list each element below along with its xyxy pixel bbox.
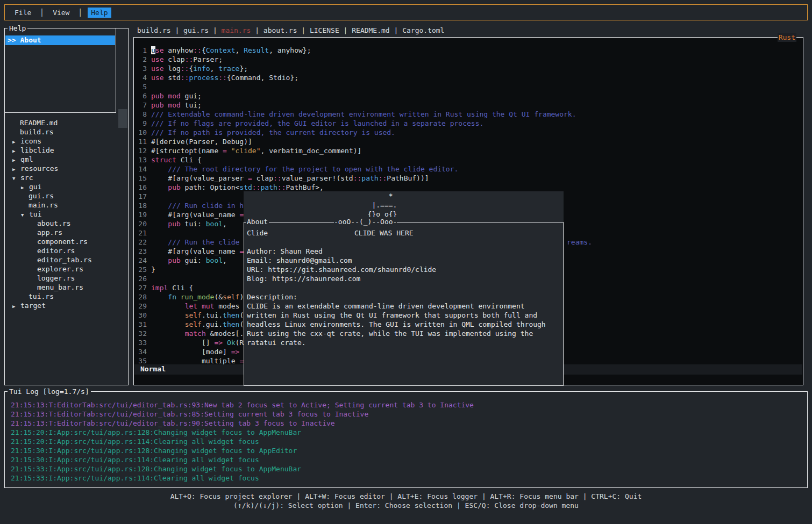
tree-item-main-rs[interactable]: main.rs — [5, 200, 127, 210]
line-number: 31 — [136, 320, 147, 329]
language-badge: Rust — [778, 33, 796, 42]
menu-item-help[interactable]: Help — [88, 8, 111, 18]
line-number: 19 — [136, 210, 147, 219]
line-number: 9 — [136, 119, 147, 128]
code-line-15: 15 #[arg(value_parser = clap::value_pars… — [136, 174, 803, 183]
tree-item-tui-rs[interactable]: tui.rs — [5, 292, 127, 301]
line-number: 22 — [136, 238, 147, 247]
chevron-right-icon: ▶ — [12, 302, 20, 311]
help-dropdown-menu: Help >> About — [4, 28, 116, 113]
code-line-16: 16 pub path: Option<std::path::PathBuf>, — [136, 183, 803, 192]
log-entry: 21:15:13:T:EditorTab:src/tui/editor_tab.… — [11, 410, 805, 419]
chevron-down-icon: ▼ — [12, 174, 20, 183]
code-line-14: 14 /// The root directory for the projec… — [136, 164, 803, 174]
tree-item-editor_tab-rs[interactable]: editor_tab.rs — [5, 255, 127, 264]
log-rows: 21:15:13:T:EditorTab:src/tui/editor_tab.… — [11, 400, 805, 483]
tab-separator: | — [297, 26, 309, 34]
dropdown-item-about[interactable]: >> About — [5, 35, 115, 45]
line-number: 24 — [136, 256, 147, 265]
line-number: 27 — [136, 283, 147, 292]
keybinding-help-bar: ALT+Q: Focus project explorer | ALT+W: F… — [0, 492, 812, 510]
code-line-9: 9/// If no flags are provided, the GUI e… — [136, 119, 803, 128]
editor-tab-LICENSE[interactable]: LICENSE — [310, 26, 339, 34]
tree-item-resources[interactable]: ▶resources — [5, 164, 127, 173]
code-line-5: 5 — [136, 82, 803, 91]
tree-item-gui-rs[interactable]: gui.rs — [5, 191, 127, 200]
line-number: 30 — [136, 311, 147, 320]
line-number: 34 — [136, 347, 147, 356]
menu-separator: │ — [40, 8, 44, 17]
about-ascii-art-border-line: -ooO--(_)--Ooo- — [334, 217, 397, 226]
log-entry: 21:15:33:I:App:src/tui/app.rs:128:Changi… — [11, 464, 805, 473]
editor-tab-Cargo.toml[interactable]: Cargo.toml — [402, 26, 444, 34]
tree-item-app-rs[interactable]: app.rs — [5, 228, 127, 237]
tree-item-editor-rs[interactable]: editor.rs — [5, 246, 127, 255]
editor-tab-main.rs[interactable]: main.rs — [222, 26, 251, 34]
editor-tab-README.md[interactable]: README.md — [352, 26, 389, 34]
code-line-8: 8/// Extendable command-line driven deve… — [136, 110, 803, 119]
log-entry: 21:15:20:I:App:src/tui/app.rs:114:Cleari… — [11, 437, 805, 446]
log-entry: 21:15:30:I:App:src/tui/app.rs:114:Cleari… — [11, 455, 805, 464]
log-entry: 21:15:33:I:App:src/tui/app.rs:114:Cleari… — [11, 473, 805, 483]
tab-separator: | — [209, 26, 221, 34]
tab-separator: | — [390, 26, 402, 34]
line-number: 16 — [136, 183, 147, 192]
tree-item-gui[interactable]: ▶gui — [5, 182, 127, 191]
about-description: Description: CLIDE is an extendable comm… — [247, 292, 546, 347]
tree-item-icons[interactable]: ▶icons — [5, 137, 127, 146]
log-entry: 21:15:13:T:EditorTab:src/tui/editor_tab.… — [11, 400, 805, 410]
tui-log-title: Tui Log [log=1.7/s] — [8, 387, 91, 396]
tree-item-src[interactable]: ▼src — [5, 173, 127, 182]
code-line-4: 4use std::process::{Command, Stdio}; — [136, 73, 803, 82]
log-entry: 21:15:30:I:App:src/tui/app.rs:128:Changi… — [11, 446, 805, 455]
editor-mode-label: Normal — [140, 365, 166, 373]
line-number: 1 — [136, 46, 147, 55]
chevron-down-icon: ▼ — [21, 211, 29, 220]
code-line-7: 7pub mod tui; — [136, 101, 803, 110]
line-number: 6 — [136, 91, 147, 101]
about-app-name: Clide — [247, 228, 268, 238]
line-number: 11 — [136, 137, 147, 146]
line-number: 21 — [136, 228, 147, 238]
editor-tab-gui.rs[interactable]: gui.rs — [183, 26, 209, 34]
tree-item-menu_bar-rs[interactable]: menu_bar.rs — [5, 283, 127, 292]
line-number: 32 — [136, 329, 147, 338]
tab-separator: | — [339, 26, 352, 34]
file-tree: README.mdbuild.rs▶icons▶libclide▶qml▶res… — [5, 118, 127, 310]
menu-bar-items: File│View│Help — [11, 8, 111, 18]
menu-bar: File│View│Help — [4, 4, 808, 20]
tree-item-libclide[interactable]: ▶libclide — [5, 146, 127, 155]
tab-separator: | — [171, 26, 183, 34]
help-dropdown-title: Help — [8, 24, 27, 33]
line-number: 25 — [136, 265, 147, 274]
editor-tab-build.rs[interactable]: build.rs — [137, 26, 171, 34]
tree-item-explorer-rs[interactable]: explorer.rs — [5, 264, 127, 274]
editor-tab-bar: build.rs | gui.rs | main.rs | about.rs |… — [137, 26, 444, 35]
help-bar-line1: ALT+Q: Focus project explorer | ALT+W: F… — [0, 492, 812, 501]
tree-item-about-rs[interactable]: about.rs — [5, 219, 127, 228]
line-number: 17 — [136, 192, 147, 201]
about-banner: CLIDE WAS HERE — [354, 228, 414, 238]
line-number: 12 — [136, 146, 147, 155]
line-number: 26 — [136, 274, 147, 283]
tree-item-target[interactable]: ▶target — [5, 301, 127, 310]
tree-item-build-rs[interactable]: build.rs — [5, 127, 127, 137]
line-number: 4 — [136, 73, 147, 82]
code-line-1: 1use anyhow::{Context, Result, anyhow}; — [136, 46, 803, 55]
menu-item-view[interactable]: View — [49, 8, 73, 18]
line-number: 33 — [136, 338, 147, 347]
line-number: 23 — [136, 247, 147, 256]
explorer-scrollbar-thumb[interactable] — [118, 109, 127, 128]
editor-tab-about.rs[interactable]: about.rs — [263, 26, 297, 34]
line-number: 5 — [136, 82, 147, 91]
tree-item-logger-rs[interactable]: logger.rs — [5, 274, 127, 283]
about-ascii-art: * |.===. {}o o{} — [334, 191, 397, 219]
menu-item-file[interactable]: File — [11, 8, 34, 18]
tree-item-README-md[interactable]: README.md — [5, 118, 127, 127]
tree-item-qml[interactable]: ▶qml — [5, 155, 127, 164]
line-number: 15 — [136, 174, 147, 183]
tree-item-component-rs[interactable]: component.rs — [5, 237, 127, 246]
tui-log-panel[interactable]: Tui Log [log=1.7/s] 21:15:13:T:EditorTab… — [4, 391, 808, 488]
tree-item-tui[interactable]: ▼tui — [5, 210, 127, 219]
line-number: 14 — [136, 164, 147, 174]
